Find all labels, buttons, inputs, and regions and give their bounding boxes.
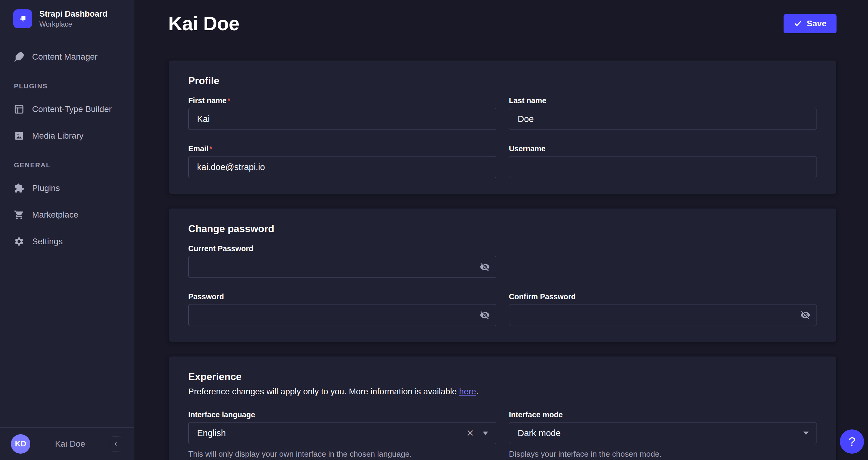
page-header: Kai Doe Save bbox=[135, 0, 868, 47]
last-name-label: Last name bbox=[509, 96, 817, 105]
eye-off-icon bbox=[480, 310, 490, 320]
profile-card-title: Profile bbox=[188, 75, 817, 87]
email-field: Email* bbox=[188, 144, 496, 178]
sidebar-item-plugins[interactable]: Plugins bbox=[0, 175, 134, 202]
last-name-field: Last name bbox=[509, 96, 817, 130]
clear-language-button[interactable]: ✕ bbox=[464, 429, 477, 438]
interface-mode-select[interactable]: Dark mode bbox=[509, 422, 817, 444]
interface-mode-field: Interface mode Dark mode Displays your i… bbox=[509, 410, 817, 459]
eye-off-icon bbox=[800, 310, 810, 320]
brand-subtitle: Workplace bbox=[39, 20, 107, 28]
workspace-switcher[interactable]: Strapi Dashboard Workplace bbox=[0, 0, 134, 39]
nav-label: Marketplace bbox=[32, 210, 79, 220]
toggle-current-password-visibility-button[interactable] bbox=[476, 258, 494, 276]
email-label: Email* bbox=[188, 144, 496, 153]
interface-language-field: Interface language English ✕ This will o… bbox=[188, 410, 496, 459]
username-label: Username bbox=[509, 144, 817, 153]
nav-label: Media Library bbox=[32, 131, 84, 141]
confirm-password-label: Confirm Password bbox=[509, 292, 817, 301]
more-information-link[interactable]: here bbox=[459, 387, 476, 396]
main-content: Kai Doe Save Profile First name* La bbox=[135, 0, 868, 460]
sidebar-item-media-library[interactable]: Media Library bbox=[0, 123, 134, 149]
media-library-icon bbox=[14, 131, 24, 141]
content-area: Profile First name* Last name Email bbox=[135, 47, 868, 460]
gear-icon bbox=[14, 236, 24, 247]
nav-label: Settings bbox=[32, 237, 63, 246]
content-manager-icon bbox=[14, 52, 24, 62]
required-asterisk: * bbox=[210, 144, 213, 153]
interface-language-label: Interface language bbox=[188, 410, 496, 419]
username-field: Username bbox=[509, 144, 817, 178]
interface-language-select[interactable]: English ✕ bbox=[188, 422, 496, 444]
first-name-label: First name* bbox=[188, 96, 496, 105]
change-password-card: Change password Current Password bbox=[169, 209, 836, 342]
first-name-input[interactable] bbox=[188, 108, 496, 130]
confirm-password-input[interactable] bbox=[509, 304, 817, 326]
experience-description: Preference changes will apply only to yo… bbox=[188, 387, 817, 396]
experience-title: Experience bbox=[188, 371, 817, 382]
sidebar-section-general: GENERAL bbox=[0, 159, 134, 171]
nav-label: Content Manager bbox=[32, 52, 97, 62]
new-password-label: Password bbox=[188, 292, 496, 301]
layout-icon bbox=[14, 104, 24, 114]
sidebar-item-content-manager[interactable]: Content Manager bbox=[0, 43, 134, 70]
brand-title: Strapi Dashboard bbox=[39, 9, 107, 19]
profile-card: Profile First name* Last name Email bbox=[169, 61, 836, 194]
select-value: Dark mode bbox=[518, 428, 798, 438]
email-input[interactable] bbox=[188, 156, 496, 178]
interface-language-hint: This will only display your own interfac… bbox=[188, 450, 496, 459]
interface-mode-label: Interface mode bbox=[509, 410, 817, 419]
check-icon bbox=[794, 19, 802, 28]
user-name: Kai Doe bbox=[30, 439, 110, 449]
change-password-title: Change password bbox=[188, 223, 817, 235]
confirm-password-field: Confirm Password bbox=[509, 292, 817, 326]
sidebar-item-content-type-builder[interactable]: Content-Type Builder bbox=[0, 96, 134, 123]
collapse-sidebar-button[interactable] bbox=[110, 436, 121, 452]
eye-off-icon bbox=[480, 262, 490, 272]
select-value: English bbox=[197, 428, 464, 438]
chevron-left-icon bbox=[112, 441, 119, 447]
chevron-down-icon bbox=[483, 432, 488, 435]
current-password-input[interactable] bbox=[188, 256, 496, 278]
sidebar-nav: Content Manager PLUGINS Content-Type Bui… bbox=[0, 39, 134, 427]
strapi-logo-icon bbox=[13, 9, 32, 28]
chevron-down-icon bbox=[803, 432, 809, 435]
nav-label: Content-Type Builder bbox=[32, 104, 112, 114]
sidebar-item-settings[interactable]: Settings bbox=[0, 228, 134, 255]
toggle-confirm-password-visibility-button[interactable] bbox=[796, 306, 814, 324]
sidebar-item-marketplace[interactable]: Marketplace bbox=[0, 202, 134, 228]
help-button[interactable]: ? bbox=[840, 429, 864, 454]
last-name-input[interactable] bbox=[509, 108, 817, 130]
toggle-new-password-visibility-button[interactable] bbox=[476, 306, 494, 324]
avatar[interactable]: KD bbox=[11, 434, 30, 454]
puzzle-icon bbox=[14, 183, 24, 193]
username-input[interactable] bbox=[509, 156, 817, 178]
new-password-input[interactable] bbox=[188, 304, 496, 326]
interface-mode-hint: Displays your interface in the chosen mo… bbox=[509, 450, 817, 459]
save-button[interactable]: Save bbox=[783, 14, 837, 33]
avatar-initials: KD bbox=[15, 439, 26, 449]
new-password-field: Password bbox=[188, 292, 496, 326]
sidebar-section-plugins: PLUGINS bbox=[0, 80, 134, 92]
experience-card: Experience Preference changes will apply… bbox=[169, 357, 836, 460]
first-name-field: First name* bbox=[188, 96, 496, 130]
shopping-cart-icon bbox=[14, 210, 24, 220]
current-password-label: Current Password bbox=[188, 244, 496, 253]
sidebar-user-row: KD Kai Doe bbox=[0, 427, 134, 460]
current-password-field: Current Password bbox=[188, 244, 496, 278]
page-title: Kai Doe bbox=[168, 12, 239, 35]
sidebar: Strapi Dashboard Workplace Content Manag… bbox=[0, 0, 134, 460]
required-asterisk: * bbox=[227, 96, 230, 105]
nav-label: Plugins bbox=[32, 183, 60, 193]
save-button-label: Save bbox=[807, 19, 827, 28]
brand-text: Strapi Dashboard Workplace bbox=[39, 9, 107, 28]
